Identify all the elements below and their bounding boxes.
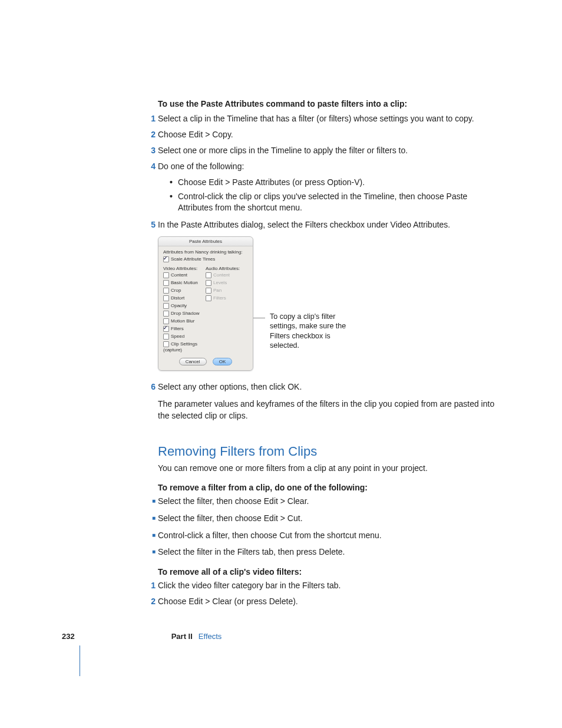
section-label: Effects [199,632,222,641]
step-text: In the Paste Attributes dialog, select t… [158,219,500,230]
bullet-icon: • [170,191,178,213]
result-paragraph: The parameter values and keyframes of th… [158,398,500,421]
option-row: Opacity [163,303,206,309]
content-area: To use the Paste Attributes command to p… [158,99,500,612]
step-number: 5 [145,219,158,230]
step-1b: 1 Click the video filter category bar in… [158,580,500,591]
step-text: Select any other options, then click OK. [158,381,500,393]
option-row: Distort [163,295,206,301]
procedure-heading-1: To use the Paste Attributes command to p… [158,99,500,108]
checkbox-icon[interactable] [163,318,169,324]
option-row: Crop [163,288,206,294]
checkbox-icon [206,288,211,294]
option-row: Motion Blur [163,318,206,324]
option-row-filters: Filters [163,326,206,332]
dialog-figure: Paste Attributes Attributes from Nancy d… [158,236,500,371]
dialog-buttons: Cancel OK [163,358,248,365]
step-number: 1 [145,580,158,591]
option-row: Levels [206,280,248,286]
checkbox-icon [206,272,211,278]
step-3: 3 Select one or more clips in the Timeli… [158,145,500,156]
scale-label: Scale Attribute Times [171,256,215,262]
paste-attributes-dialog: Paste Attributes Attributes from Nancy d… [158,236,253,371]
part-label: Part II [171,632,193,641]
option-row: Content [206,272,248,278]
list-item: ■Select the filter, then choose Edit > C… [158,496,500,507]
step-text: Select one or more clips in the Timeline… [158,145,500,156]
step-text: Choose Edit > Copy. [158,129,500,140]
square-bullet-icon: ■ [145,546,158,558]
step-number: 2 [145,129,158,140]
checkbox-icon[interactable] [163,311,169,317]
checkbox-icon[interactable] [163,334,169,340]
checkbox-icon[interactable] [163,272,169,278]
ok-button[interactable]: OK [213,358,233,365]
bullet-list: ■Select the filter, then choose Edit > C… [158,496,500,558]
square-bullet-icon: ■ [145,530,158,541]
video-attributes-label: Video Attributes: [163,266,206,271]
scale-attribute-row: Scale Attribute Times [163,256,248,262]
step-1: 1 Select a clip in the Timeline that has… [158,113,500,124]
checkbox-icon[interactable] [163,280,169,286]
step-text: Choose Edit > Clear (or press Delete). [158,596,500,607]
procedure-heading-3: To remove all of a clip's video filters: [158,567,500,577]
square-bullet-icon: ■ [145,496,158,507]
option-row: Basic Motion [163,280,206,286]
page: To use the Paste Attributes command to p… [0,0,562,728]
video-column: Video Attributes: Content Basic Motion C… [163,264,206,354]
dialog-body: Attributes from Nancy drinking talking: … [158,246,253,370]
square-bullet-icon: ■ [145,513,158,524]
option-row: Content [163,272,206,278]
step-5: 5 In the Paste Attributes dialog, select… [158,219,500,230]
audio-attributes-label: Audio Attributes: [206,266,248,271]
step-number: 6 [145,381,158,393]
option-row: Speed [163,334,206,340]
step-number: 1 [145,113,158,124]
list-item: ■Select the filter in the Filters tab, t… [158,546,500,558]
dialog-title: Paste Attributes [158,237,253,246]
list-item: ■Control-click a filter, then choose Cut… [158,530,500,541]
cancel-button[interactable]: Cancel [179,358,207,365]
step-number: 4 [145,161,158,172]
callout-text: To copy a clip's filter settings, make s… [270,312,358,350]
step-4: 4 Do one of the following: [158,161,500,172]
step-number: 3 [145,145,158,156]
section-intro: You can remove one or more filters from … [158,463,500,475]
checkbox-icon[interactable] [163,326,169,332]
callout-line [253,318,265,318]
footer-rule [80,645,80,676]
procedure-heading-2: To remove a filter from a clip, do one o… [158,483,500,492]
page-number: 232 [62,632,75,641]
step-6: 6 Select any other options, then click O… [158,381,500,393]
page-footer: 232 Part II Effects [62,632,222,641]
subitem: • Choose Edit > Paste Attributes (or pre… [170,177,500,188]
option-row: Pan [206,288,248,294]
step-text: Do one of the following: [158,161,500,172]
checkbox-icon[interactable] [163,288,169,294]
dialog-from-label: Attributes from Nancy drinking talking: [163,249,248,255]
subitem-text: Choose Edit > Paste Attributes (or press… [178,177,365,188]
option-row: Clip Settings (capture) [163,341,206,353]
step-4-subitems: • Choose Edit > Paste Attributes (or pre… [170,177,500,214]
subitem: • Control-click the clip or clips you've… [170,191,500,213]
subitem-text: Control-click the clip or clips you've s… [178,191,500,213]
checkbox-icon[interactable] [163,303,169,309]
checkbox-icon [206,280,211,286]
dialog-columns: Video Attributes: Content Basic Motion C… [163,264,248,354]
checkbox-icon[interactable] [163,341,169,347]
bullet-icon: • [170,177,178,188]
audio-column: Audio Attributes: Content Levels Pan Fil… [206,264,248,354]
option-row: Filters [206,295,248,301]
checkbox-icon [206,295,211,301]
checkbox-icon[interactable] [163,295,169,301]
section-heading: Removing Filters from Clips [158,444,500,459]
step-2: 2 Choose Edit > Copy. [158,129,500,140]
step-2b: 2 Choose Edit > Clear (or press Delete). [158,596,500,607]
step-text: Select a clip in the Timeline that has a… [158,113,500,124]
step-number: 2 [145,596,158,607]
option-row: Drop Shadow [163,311,206,317]
checkbox-icon[interactable] [163,256,169,262]
step-text: Click the video filter category bar in t… [158,580,500,591]
list-item: ■Select the filter, then choose Edit > C… [158,513,500,524]
